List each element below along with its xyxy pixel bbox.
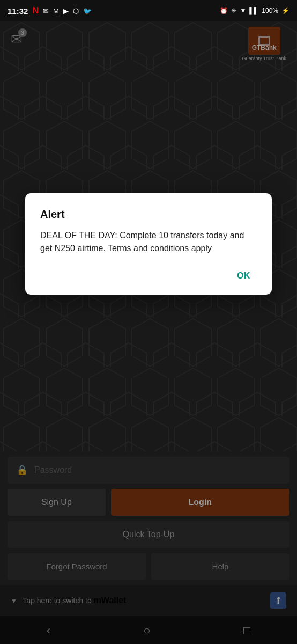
modal-ok-button[interactable]: OK (231, 268, 257, 284)
youtube-icon: ▶ (63, 7, 69, 15)
netflix-icon: N (32, 6, 39, 16)
modal-actions: OK (40, 268, 257, 284)
photos-icon: ⬡ (73, 7, 79, 15)
email-status-icon: ✉ (43, 7, 49, 15)
wifi-icon: ▼ (240, 7, 246, 14)
alarm-icon: ⏰ (220, 7, 228, 14)
status-time: 11:32 (8, 6, 28, 16)
battery-icon: ⚡ (281, 7, 289, 14)
bluetooth-icon: ✳ (231, 7, 236, 14)
alert-modal: Alert DEAL OF THE DAY: Complete 10 trans… (25, 193, 272, 295)
twitter-icon: 🐦 (83, 7, 92, 15)
status-bar: 11:32 N ✉ M ▶ ⬡ 🐦 ⏰ ✳ ▼ ▌▌ 100% ⚡ (0, 0, 297, 21)
modal-title: Alert (40, 208, 257, 221)
main-background: ✉ 3 GTBank Guaranty Trust Bank 🔒 Passwor… (0, 21, 297, 644)
status-left: 11:32 N ✉ M ▶ ⬡ 🐦 (8, 6, 92, 16)
modal-overlay: Alert DEAL OF THE DAY: Complete 10 trans… (0, 21, 297, 644)
signal-icon: ▌▌ (249, 7, 258, 14)
modal-message: DEAL OF THE DAY: Complete 10 transfers t… (40, 229, 257, 255)
status-right-icons: ⏰ ✳ ▼ ▌▌ 100% ⚡ (220, 7, 289, 14)
gmail-icon: M (53, 7, 59, 15)
battery-text: 100% (262, 7, 278, 14)
